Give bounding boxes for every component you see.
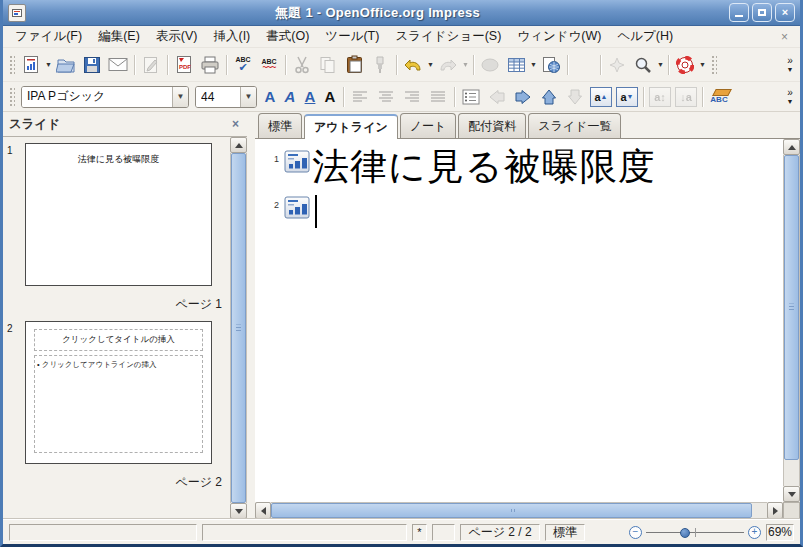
scrollbar-thumb[interactable] (231, 153, 246, 503)
title-bar[interactable]: 無題 1 - OpenOffice.org Impress × (3, 0, 800, 26)
help-dropdown-icon[interactable]: ▼ (698, 52, 707, 78)
slide-thumbnail-2[interactable]: 2 クリックしてタイトルの挿入 • クリックしてアウトラインの挿入 (7, 321, 228, 464)
decrease-spacing-button[interactable]: ↓a (673, 84, 699, 110)
increase-font-button[interactable]: a▲ (588, 84, 614, 110)
tab-outline[interactable]: アウトライン (304, 114, 398, 139)
promote-button[interactable] (484, 84, 510, 110)
bullet-list-button[interactable] (458, 84, 484, 110)
zoom-slider[interactable]: − + (629, 526, 761, 539)
bold-button[interactable]: A (260, 84, 280, 110)
chart-button[interactable] (477, 52, 503, 78)
email-button[interactable] (105, 52, 131, 78)
zoom-dropdown-icon[interactable]: ▼ (656, 52, 665, 78)
menu-edit[interactable]: 編集(E) (90, 26, 148, 47)
cut-icon[interactable] (289, 52, 315, 78)
align-left-button[interactable] (347, 84, 373, 110)
new-document-dropdown-icon[interactable]: ▼ (44, 52, 53, 78)
font-color-button[interactable]: A (320, 84, 340, 110)
zoom-out-icon[interactable]: − (629, 526, 642, 539)
align-center-button[interactable] (373, 84, 399, 110)
format-paintbrush-icon[interactable] (367, 52, 393, 78)
outline-title-text[interactable]: 法律に見る被曝限度 (312, 147, 656, 187)
page-indicator[interactable]: ページ 2 / 2 (460, 524, 540, 541)
save-button[interactable] (79, 52, 105, 78)
zoom-button[interactable] (630, 52, 656, 78)
panel-scrollbar[interactable] (230, 137, 247, 519)
table-dropdown-icon[interactable]: ▼ (529, 52, 538, 78)
align-justify-button[interactable] (425, 84, 451, 110)
redo-button[interactable] (435, 52, 461, 78)
auto-spellcheck-icon[interactable]: ABC~~~ (256, 52, 282, 78)
export-pdf-button[interactable]: PDF (171, 52, 197, 78)
zoom-level-indicator[interactable]: 69% (766, 524, 794, 541)
hyphenation-star-icon[interactable] (604, 52, 630, 78)
menu-view[interactable]: 表示(V) (148, 26, 206, 47)
move-down-button[interactable] (562, 84, 588, 110)
undo-dropdown-icon[interactable]: ▼ (426, 52, 435, 78)
font-name-input[interactable] (22, 87, 172, 107)
align-right-button[interactable] (399, 84, 425, 110)
panel-splitter[interactable] (247, 112, 255, 519)
slide-icon[interactable] (284, 150, 310, 173)
maximize-button[interactable] (752, 3, 772, 22)
decrease-font-button[interactable]: a▼ (614, 84, 640, 110)
scrollbar-thumb[interactable] (271, 503, 752, 518)
scroll-up-icon[interactable] (230, 137, 247, 153)
outline-horizontal-scrollbar[interactable] (255, 502, 783, 519)
edit-file-button[interactable] (138, 52, 164, 78)
tab-handout[interactable]: 配付資料 (458, 113, 526, 138)
zoom-slider-knob[interactable] (680, 528, 690, 538)
copy-icon[interactable] (315, 52, 341, 78)
font-size-dropdown-icon[interactable]: ▼ (240, 87, 256, 107)
toolbar-grip[interactable] (710, 54, 717, 76)
menu-window[interactable]: ウィンドウ(W) (509, 26, 609, 47)
move-up-button[interactable] (536, 84, 562, 110)
zoom-in-icon[interactable]: + (748, 526, 761, 539)
menu-tools[interactable]: ツール(T) (317, 26, 387, 47)
undo-button[interactable] (400, 52, 426, 78)
hyperlink-button[interactable] (538, 52, 564, 78)
underline-button[interactable]: A (300, 84, 320, 110)
scroll-down-icon[interactable] (230, 503, 247, 519)
font-name-combo[interactable]: ▼ (21, 86, 189, 108)
slide-icon[interactable] (284, 196, 310, 219)
close-button[interactable]: × (775, 3, 795, 22)
tab-slide-sorter[interactable]: スライド一覧 (528, 113, 621, 138)
scroll-left-icon[interactable] (255, 502, 271, 519)
navigator-button[interactable] (571, 52, 597, 78)
scroll-right-icon[interactable] (767, 502, 783, 519)
print-button[interactable] (197, 52, 223, 78)
menu-slideshow[interactable]: スライドショー(S) (387, 26, 509, 47)
outline-vertical-scrollbar[interactable] (783, 139, 800, 502)
toolbar-grip[interactable] (8, 54, 15, 76)
toolbar-overflow-button[interactable]: »▼ (782, 88, 798, 105)
document-close-icon[interactable]: × (773, 30, 796, 44)
slide-style-indicator[interactable]: 標準 (545, 524, 585, 541)
scrollbar-thumb[interactable] (784, 155, 799, 460)
italic-button[interactable]: A (280, 84, 300, 110)
tab-normal[interactable]: 標準 (258, 113, 302, 138)
demote-button[interactable] (510, 84, 536, 110)
slide-panel-close-icon[interactable]: × (232, 117, 239, 131)
outline-row-1[interactable]: 1 法律に見る被曝限度 (269, 147, 783, 187)
character-formatting-button[interactable]: ABC (706, 84, 732, 110)
paste-button[interactable] (341, 52, 367, 78)
outline-row-2[interactable]: 2 (269, 193, 783, 228)
menu-file[interactable]: ファイル(F) (7, 26, 90, 47)
toolbar-overflow-button[interactable]: »▼ (782, 56, 798, 73)
redo-dropdown-icon[interactable]: ▼ (461, 52, 470, 78)
tab-notes[interactable]: ノート (400, 113, 457, 138)
scroll-up-icon[interactable] (783, 139, 800, 155)
font-size-combo[interactable]: ▼ (195, 86, 257, 108)
font-size-input[interactable] (196, 87, 240, 107)
toolbar-grip[interactable] (8, 86, 15, 108)
slide-thumbnail-1[interactable]: 1 法律に見る被曝限度 (7, 143, 228, 286)
scroll-down-icon[interactable] (783, 486, 800, 502)
outline-editor[interactable]: 1 法律に見る被曝限度 2 (255, 139, 783, 502)
open-button[interactable] (53, 52, 79, 78)
menu-insert[interactable]: 挿入(I) (205, 26, 258, 47)
help-button[interactable] (672, 52, 698, 78)
new-document-button[interactable] (18, 52, 44, 78)
spellcheck-icon[interactable]: ABC✔ (230, 52, 256, 78)
minimize-button[interactable] (729, 3, 749, 22)
